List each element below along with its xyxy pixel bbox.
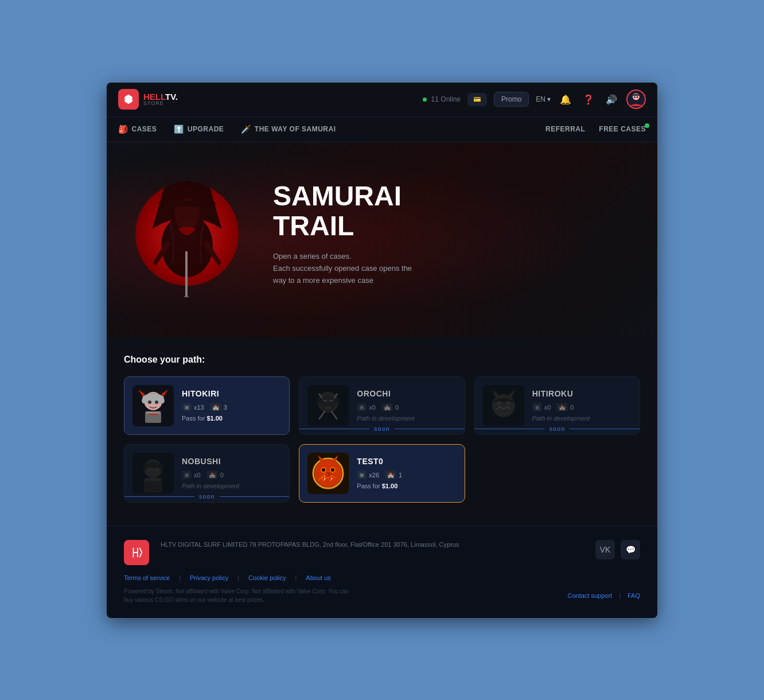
chevron-down-icon: ▾ — [547, 95, 551, 103]
cases-stat-icon: ▣ — [182, 403, 192, 411]
logo-area[interactable]: HELLTV. STORE — [118, 89, 178, 110]
discord-button[interactable]: 💬 — [621, 540, 640, 559]
bell-button[interactable]: 🔔 — [558, 92, 574, 107]
samurai-icon: 🗡️ — [241, 125, 251, 134]
nav-cases[interactable]: 🎒 CASES — [118, 125, 157, 134]
footer-cookie[interactable]: Cookie policy — [248, 574, 286, 581]
footer-about[interactable]: About us — [306, 574, 330, 581]
svg-rect-20 — [323, 400, 327, 402]
navigation: 🎒 CASES ⬆️ UPGRADE 🗡️ THE WAY OF SAMURAI… — [107, 117, 657, 142]
svg-point-24 — [497, 401, 501, 406]
footer-links: Terms of service | Privacy policy | Cook… — [124, 574, 640, 581]
svg-rect-21 — [329, 400, 333, 402]
nav-samurai[interactable]: 🗡️ THE WAY OF SAMURAI — [241, 125, 336, 134]
svg-point-30 — [147, 468, 151, 471]
logo-icon — [118, 89, 139, 110]
open-stat-icon: 🏰 — [210, 403, 221, 411]
orochi-soon-bar: soon — [299, 423, 464, 434]
hitiroku-name: HITIROKU — [532, 389, 632, 398]
orochi-dev: Path in development — [357, 415, 456, 422]
svg-rect-6 — [184, 296, 189, 297]
nobushi-dev: Path in development — [182, 483, 281, 489]
browser-window: HELLTV. STORE 11 Online 💳 Promo EN ▾ 🔔 ❓… — [107, 83, 657, 618]
path-card-hitiroku[interactable]: HITIROKU ▣ x0 🏰 0 Path in development — [474, 376, 640, 435]
nav-free-cases[interactable]: FREE CASES — [599, 125, 646, 133]
logo-main-text: HELLTV. — [143, 92, 178, 101]
soon-label3: soon — [194, 491, 220, 502]
nobushi-cases-stat: ▣ x0 — [182, 470, 201, 479]
logo-subtitle: STORE — [143, 101, 178, 106]
orochi-stats: ▣ x0 🏰 0 — [357, 403, 456, 411]
path-card-orochi[interactable]: OROCHI ▣ x0 🏰 0 Path in development — [299, 376, 465, 435]
sound-button[interactable]: 🔊 — [603, 92, 619, 107]
hitiroku-avatar — [483, 385, 524, 426]
hitiroku-stats: ▣ x0 🏰 0 — [532, 403, 632, 411]
nav-upgrade[interactable]: ⬆️ UPGRADE — [174, 125, 224, 134]
hero-image — [124, 165, 250, 303]
upgrade-icon: ⬆️ — [174, 125, 184, 134]
open-stat-icon3: 🏰 — [556, 403, 568, 411]
wallet-button[interactable]: 💳 — [467, 93, 487, 106]
test0-cases-stat: ▣ x26 — [357, 470, 379, 479]
hitokiri-info: HITOKIRI ▣ x13 🏰 3 Pass for $1.00 — [182, 389, 281, 422]
svg-point-2 — [634, 96, 636, 98]
svg-point-31 — [155, 468, 159, 471]
soon-label2: soon — [544, 423, 570, 434]
online-dot — [423, 98, 427, 102]
path-card-hitokiri[interactable]: HITOKIRI ▣ x13 🏰 3 Pass for $1.00 — [124, 376, 290, 435]
nav-referral[interactable]: REFERRAL — [545, 125, 585, 133]
hero-section: SAMURAI TRAIL Open a series of cases. Ea… — [107, 142, 657, 337]
soon-line-left3 — [124, 496, 194, 497]
logo-text: HELLTV. STORE — [143, 92, 178, 106]
path-card-nobushi[interactable]: NOBUSHI ▣ x0 🏰 0 Path in development — [124, 444, 290, 503]
header: HELLTV. STORE 11 Online 💳 Promo EN ▾ 🔔 ❓… — [107, 83, 657, 117]
hitiroku-dev: Path in development — [532, 415, 632, 422]
svg-point-38 — [331, 468, 334, 472]
hitokiri-open-stat: 🏰 3 — [210, 403, 227, 411]
cases-stat-icon4: ▣ — [182, 470, 192, 479]
hero-content: SAMURAI TRAIL Open a series of cases. Ea… — [273, 181, 412, 287]
svg-point-3 — [637, 96, 638, 98]
promo-button[interactable]: Promo — [494, 92, 529, 107]
online-badge: 11 Online — [423, 95, 461, 103]
orochi-info: OROCHI ▣ x0 🏰 0 Path in development — [357, 389, 456, 422]
orochi-avatar — [307, 385, 349, 426]
wallet-icon: 💳 — [473, 96, 481, 103]
nobushi-info: NOBUSHI ▣ x0 🏰 0 Path in development — [182, 457, 281, 489]
footer-terms[interactable]: Terms of service — [124, 574, 170, 581]
cases-stat-icon5: ▣ — [357, 470, 367, 479]
nobushi-stats: ▣ x0 🏰 0 — [182, 470, 281, 479]
hitiroku-open-stat: 🏰 0 — [556, 403, 574, 411]
soon-line-left2 — [475, 429, 545, 429]
footer-contact[interactable]: Contact support — [567, 592, 612, 599]
soon-line-right2 — [570, 429, 640, 429]
test0-name: TEST0 — [357, 457, 456, 466]
svg-point-10 — [148, 400, 151, 404]
main-content: Choose your path: — [107, 337, 657, 526]
svg-rect-29 — [145, 478, 161, 481]
path-card-test0[interactable]: TEST0 ▣ x26 🏰 1 Pass for $1.00 — [299, 444, 465, 503]
header-right: 11 Online 💳 Promo EN ▾ 🔔 ❓ 🔊 — [423, 90, 646, 109]
nobushi-avatar — [132, 453, 174, 494]
nobushi-name: NOBUSHI — [182, 457, 281, 466]
open-stat-icon4: 🏰 — [206, 470, 218, 479]
soon-line-left — [299, 429, 369, 429]
test0-stats: ▣ x26 🏰 1 — [357, 470, 456, 479]
language-button[interactable]: EN ▾ — [536, 95, 551, 103]
path-card-empty — [474, 444, 640, 503]
cases-icon: 🎒 — [118, 125, 128, 134]
svg-rect-5 — [185, 251, 188, 297]
footer-address: HLTV DIGITAL SURF LIMITED 79 PROTOPAPAS … — [161, 540, 459, 550]
nobushi-open-stat: 🏰 0 — [206, 470, 224, 479]
cases-stat-icon2: ▣ — [357, 403, 367, 411]
orochi-name: OROCHI — [357, 389, 456, 398]
footer-right-links: Contact support | FAQ — [567, 592, 640, 599]
svg-point-37 — [322, 468, 325, 472]
footer-logo-icon — [124, 540, 149, 565]
avatar[interactable] — [626, 90, 646, 109]
footer-faq[interactable]: FAQ — [627, 592, 640, 599]
vk-button[interactable]: VK — [595, 540, 615, 559]
help-button[interactable]: ❓ — [580, 92, 597, 107]
orochi-open-stat: 🏰 0 — [381, 403, 399, 411]
footer-privacy[interactable]: Privacy policy — [190, 574, 228, 581]
